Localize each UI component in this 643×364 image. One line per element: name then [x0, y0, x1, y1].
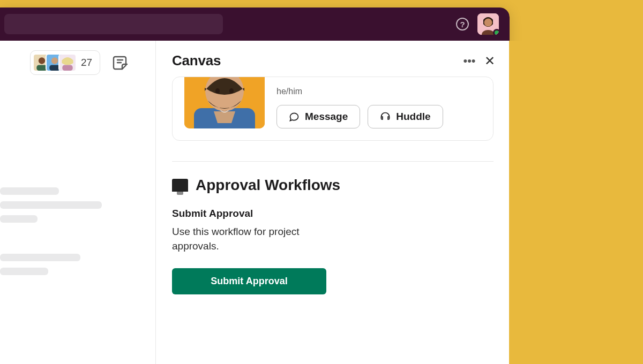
headphones-icon: [380, 111, 391, 122]
presence-indicator: [493, 29, 499, 35]
svg-point-18: [215, 88, 220, 94]
svg-point-19: [229, 88, 234, 94]
member-avatar: [58, 54, 77, 72]
profile-card: he/him Message: [172, 77, 494, 141]
svg-point-4: [39, 57, 45, 64]
monitor-icon: [172, 179, 188, 192]
sidebar: 27: [0, 41, 155, 364]
workflow-heading-text: Approval Workflows: [196, 177, 340, 194]
member-count: 27: [81, 57, 92, 69]
help-icon[interactable]: ?: [456, 18, 469, 31]
message-icon: [289, 111, 300, 122]
sidebar-skeleton: [0, 187, 155, 275]
search-input[interactable]: [4, 14, 223, 34]
message-button[interactable]: Message: [276, 105, 360, 128]
app-window: ?: [0, 7, 510, 364]
profile-portrait: [184, 77, 265, 128]
workflow-description: Use this workflow for project approvals.: [172, 225, 343, 253]
svg-marker-16: [214, 111, 235, 123]
canvas-panel: Canvas ••• ✕: [155, 41, 510, 364]
workflow-subheading: Submit Approval: [172, 208, 494, 219]
more-actions-icon[interactable]: •••: [462, 54, 476, 68]
submit-approval-button[interactable]: Submit Approval: [172, 268, 326, 294]
user-avatar[interactable]: [477, 13, 499, 35]
background-fill: [509, 41, 643, 364]
profile-pronoun: he/him: [276, 87, 481, 96]
svg-rect-11: [62, 65, 72, 71]
channel-members-button[interactable]: 27: [30, 50, 100, 75]
titlebar: ?: [0, 7, 510, 41]
huddle-button[interactable]: Huddle: [368, 105, 443, 128]
workflow-heading: Approval Workflows: [172, 177, 494, 194]
svg-point-2: [484, 19, 492, 27]
divider: [172, 161, 494, 162]
panel-title: Canvas: [172, 52, 221, 69]
canvas-icon[interactable]: [110, 52, 131, 73]
huddle-label: Huddle: [396, 111, 430, 123]
close-icon[interactable]: ✕: [483, 54, 497, 68]
svg-point-7: [51, 57, 58, 64]
message-label: Message: [305, 111, 348, 123]
